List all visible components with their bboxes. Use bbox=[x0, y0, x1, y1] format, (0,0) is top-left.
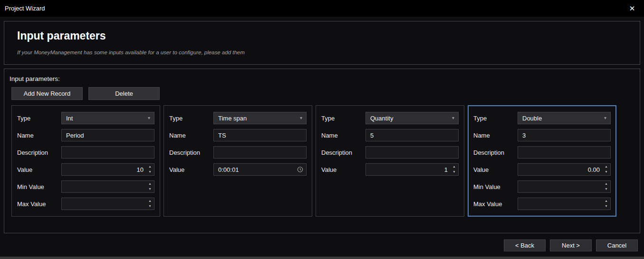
spinner-arrows: ▲▼ bbox=[603, 181, 610, 192]
value-timespan bbox=[213, 163, 307, 176]
field-label: Max Value bbox=[17, 200, 61, 208]
page-subtitle: If your MoneyManagement has some inputs … bbox=[17, 50, 627, 55]
name-input[interactable] bbox=[213, 129, 307, 141]
field-label: Value bbox=[473, 166, 518, 173]
field-label: Type bbox=[321, 115, 365, 122]
parameter-card[interactable]: TypeQuantity▾NameDescriptionValue▲▼ bbox=[316, 105, 464, 217]
field-row: Min Value▲▼ bbox=[17, 180, 154, 193]
footer: < Back Next > Cancel bbox=[0, 237, 644, 251]
spinner-up-icon[interactable]: ▲ bbox=[146, 181, 154, 187]
field-row: TypeQuantity▾ bbox=[321, 112, 459, 124]
field-row: Description bbox=[473, 146, 611, 159]
close-icon[interactable]: ✕ bbox=[626, 2, 638, 15]
name-input[interactable] bbox=[518, 129, 611, 141]
value-spinner: ▲▼ bbox=[365, 163, 459, 176]
field-label: Name bbox=[473, 132, 518, 139]
spinner-down-icon[interactable]: ▼ bbox=[603, 204, 610, 209]
parameter-card[interactable]: TypeInt▾NameDescriptionValue▲▼Min Value▲… bbox=[11, 105, 160, 217]
spinner-up-icon[interactable]: ▲ bbox=[603, 164, 610, 169]
min-value-input[interactable] bbox=[61, 180, 154, 193]
cancel-button[interactable]: Cancel bbox=[596, 239, 638, 251]
next-button[interactable]: Next > bbox=[550, 239, 592, 251]
chevron-down-icon: ▾ bbox=[148, 116, 150, 120]
field-row: Value bbox=[169, 163, 307, 176]
clock-icon[interactable] bbox=[297, 167, 303, 173]
spinner-up-icon[interactable]: ▲ bbox=[451, 164, 458, 169]
min-value-input[interactable] bbox=[518, 180, 611, 193]
field-row: Value▲▼ bbox=[473, 163, 611, 176]
spinner-up-icon[interactable]: ▲ bbox=[603, 181, 610, 187]
max-value-spinner: ▲▼ bbox=[518, 198, 611, 210]
field-label: Min Value bbox=[17, 183, 61, 190]
name-input[interactable] bbox=[61, 129, 154, 141]
field-row: Name bbox=[473, 129, 611, 141]
delete-button[interactable]: Delete bbox=[88, 87, 160, 100]
name-input[interactable] bbox=[365, 129, 459, 141]
type-dropdown[interactable]: Quantity▾ bbox=[365, 112, 459, 124]
min-value-spinner: ▲▼ bbox=[518, 180, 611, 193]
field-row: Description bbox=[17, 146, 154, 159]
value-spinner: ▲▼ bbox=[518, 163, 611, 176]
max-value-input[interactable] bbox=[61, 198, 154, 210]
field-label: Description bbox=[169, 149, 213, 156]
field-row: Value▲▼ bbox=[17, 163, 154, 176]
field-label: Value bbox=[169, 166, 213, 173]
section-label: Input parameters: bbox=[10, 75, 635, 82]
field-label: Description bbox=[321, 149, 365, 156]
field-row: TypeInt▾ bbox=[17, 112, 154, 124]
type-dropdown[interactable]: Double▾ bbox=[518, 112, 611, 124]
toolbar: Add New Record Delete bbox=[11, 87, 635, 100]
field-label: Name bbox=[17, 132, 61, 139]
description-input[interactable] bbox=[365, 146, 459, 159]
parameter-card[interactable]: TypeDouble▾NameDescriptionValue▲▼Min Val… bbox=[468, 105, 616, 217]
field-row: Description bbox=[321, 146, 459, 159]
max-value-input[interactable] bbox=[518, 198, 611, 210]
add-new-record-button[interactable]: Add New Record bbox=[11, 87, 83, 100]
spinner-down-icon[interactable]: ▼ bbox=[146, 204, 154, 209]
field-label: Value bbox=[17, 166, 61, 173]
chevron-down-icon: ▾ bbox=[452, 116, 454, 120]
value-input[interactable] bbox=[365, 163, 459, 176]
field-label: Name bbox=[321, 132, 365, 139]
field-row: TypeTime span▾ bbox=[169, 112, 307, 124]
field-label: Type bbox=[169, 115, 213, 122]
spinner-arrows: ▲▼ bbox=[146, 181, 154, 192]
project-wizard-window: Project Wizard ✕ Input parameters If you… bbox=[0, 0, 644, 259]
dropdown-value: Int bbox=[66, 115, 73, 122]
type-dropdown[interactable]: Time span▾ bbox=[213, 112, 307, 124]
spinner-up-icon[interactable]: ▲ bbox=[146, 164, 154, 169]
description-input[interactable] bbox=[213, 146, 307, 159]
field-label: Description bbox=[473, 149, 518, 156]
spinner-arrows: ▲▼ bbox=[451, 164, 458, 175]
spinner-down-icon[interactable]: ▼ bbox=[146, 187, 154, 192]
spinner-up-icon[interactable]: ▲ bbox=[603, 199, 610, 204]
spinner-down-icon[interactable]: ▼ bbox=[603, 187, 610, 192]
window-title: Project Wizard bbox=[5, 5, 45, 12]
spinner-arrows: ▲▼ bbox=[603, 164, 610, 175]
value-input[interactable] bbox=[213, 163, 307, 176]
field-label: Min Value bbox=[473, 183, 518, 190]
description-input[interactable] bbox=[518, 146, 611, 159]
value-input[interactable] bbox=[61, 163, 154, 176]
spinner-down-icon[interactable]: ▼ bbox=[146, 169, 154, 175]
field-row: Min Value▲▼ bbox=[473, 180, 611, 193]
spinner-down-icon[interactable]: ▼ bbox=[603, 169, 610, 175]
spinner-down-icon[interactable]: ▼ bbox=[451, 169, 458, 175]
field-row: Name bbox=[17, 129, 154, 141]
field-label: Description bbox=[17, 149, 61, 156]
field-label: Max Value bbox=[473, 200, 518, 208]
field-label: Type bbox=[473, 115, 518, 122]
spinner-arrows: ▲▼ bbox=[603, 199, 610, 209]
parameter-card[interactable]: TypeTime span▾NameDescriptionValue bbox=[163, 105, 312, 217]
field-label: Value bbox=[321, 166, 365, 173]
value-input[interactable] bbox=[518, 163, 611, 176]
parameter-cards: TypeInt▾NameDescriptionValue▲▼Min Value▲… bbox=[11, 105, 635, 217]
back-button[interactable]: < Back bbox=[504, 239, 546, 251]
field-label: Type bbox=[17, 115, 61, 122]
description-input[interactable] bbox=[61, 146, 154, 159]
field-row: TypeDouble▾ bbox=[473, 112, 611, 124]
parameters-panel: Input parameters: Add New Record Delete … bbox=[4, 69, 640, 233]
spinner-up-icon[interactable]: ▲ bbox=[146, 199, 154, 204]
window-bottom-edge bbox=[0, 257, 644, 259]
type-dropdown[interactable]: Int▾ bbox=[61, 112, 154, 124]
